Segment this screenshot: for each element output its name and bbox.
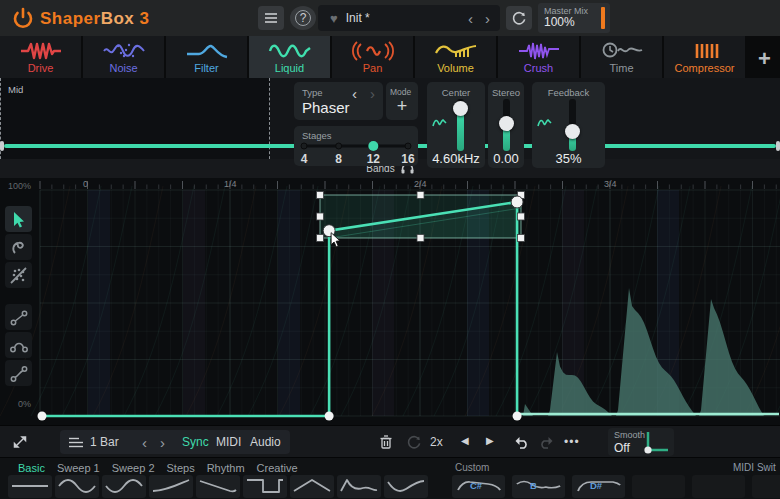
stages-stop-4[interactable] <box>301 143 307 149</box>
smooth-value[interactable]: Off <box>614 441 630 455</box>
band-handle-left[interactable] <box>0 141 4 151</box>
library-tab-rhythm[interactable]: Rhythm <box>207 462 245 474</box>
type-next-button[interactable]: › <box>370 86 375 101</box>
shape-tile-ramp-up[interactable] <box>149 475 193 498</box>
tab-compressor[interactable]: Compressor <box>664 36 745 78</box>
shift-right-button[interactable]: ▶ <box>486 435 494 446</box>
lfo-point-top-1[interactable] <box>511 196 523 208</box>
library-tab-steps[interactable]: Steps <box>167 462 195 474</box>
tab-drive[interactable]: Drive <box>0 36 81 78</box>
custom-tile-empty-5[interactable] <box>752 475 780 498</box>
tab-crush[interactable]: Crush <box>498 36 579 78</box>
shape-tile-sine[interactable] <box>55 475 99 498</box>
lfo-canvas[interactable] <box>0 178 780 425</box>
tool-pen-button[interactable] <box>5 234 32 260</box>
custom-tile-D#[interactable]: D# <box>572 475 625 498</box>
more-options-button[interactable]: ••• <box>564 435 580 449</box>
custom-tile-B[interactable]: B <box>512 475 565 498</box>
tool-curve-button[interactable] <box>5 332 32 358</box>
feedback-lfo-wave-icon[interactable] <box>537 118 552 128</box>
library-tab-sweep-2[interactable]: Sweep 2 <box>112 462 155 474</box>
smooth-slider-knob[interactable] <box>644 446 651 453</box>
loop-wave-button[interactable] <box>405 433 423 451</box>
custom-tile-C#[interactable]: C# <box>452 475 505 498</box>
tool-spray-off-button[interactable] <box>5 262 32 288</box>
undo-button[interactable] <box>513 434 531 450</box>
preset-selector[interactable]: ♥ Init * ‹ › <box>318 5 500 31</box>
center-slider-knob[interactable] <box>453 101 468 116</box>
selection-handle-7[interactable] <box>518 235 525 242</box>
stages-option-8[interactable]: 8 <box>329 152 349 166</box>
mode-add-button[interactable]: + <box>386 96 418 117</box>
preset-prev-button[interactable]: ‹ <box>468 11 473 26</box>
tool-cursor-button[interactable] <box>5 206 32 232</box>
add-effect-button[interactable]: + <box>758 46 780 72</box>
lfo-point-base-1[interactable] <box>325 412 334 421</box>
stages-stop-12[interactable] <box>368 141 378 151</box>
rate-value[interactable]: 1 Bar <box>90 435 119 449</box>
selection-handle-3[interactable] <box>317 213 324 220</box>
master-mix-control[interactable]: Master Mix 100% <box>538 3 610 33</box>
type-prev-button[interactable]: ‹ <box>352 86 357 101</box>
library-tab-basic[interactable]: Basic <box>18 462 45 474</box>
ab-compare-button[interactable] <box>506 6 532 30</box>
stages-option-4[interactable]: 4 <box>294 152 314 166</box>
preset-next-button[interactable]: › <box>485 11 490 26</box>
custom-tile-empty-3[interactable] <box>632 475 685 498</box>
wave-list-button[interactable] <box>68 436 84 448</box>
shape-tile-flat[interactable] <box>8 475 52 498</box>
shape-tile-peak-decay[interactable] <box>337 475 381 498</box>
favorite-heart-icon[interactable]: ♥ <box>330 11 338 26</box>
delete-wave-button[interactable] <box>378 433 394 451</box>
library-tab-sweep-1[interactable]: Sweep 1 <box>57 462 100 474</box>
trigger-midi-button[interactable]: MIDI <box>216 435 241 449</box>
feedback-slider-knob[interactable] <box>565 124 580 139</box>
shape-tile-triangle[interactable] <box>290 475 334 498</box>
selection-handle-4[interactable] <box>518 213 525 220</box>
tab-noise[interactable]: Noise <box>83 36 164 78</box>
selection-handle-0[interactable] <box>317 192 324 199</box>
master-mix-slider[interactable] <box>601 7 605 29</box>
selection-handle-1[interactable] <box>417 192 424 199</box>
type-value[interactable]: Phaser <box>302 99 350 116</box>
center-lfo-wave-icon[interactable] <box>432 118 447 128</box>
help-button[interactable]: ? <box>290 6 316 30</box>
band-panel[interactable]: Mid Bands <box>0 78 270 164</box>
library-tab-creative[interactable]: Creative <box>257 462 298 474</box>
expand-editor-button[interactable] <box>10 433 30 451</box>
stereo-value[interactable]: 0.00 <box>488 151 524 166</box>
shape-tile-dip-rise[interactable] <box>384 475 428 498</box>
shift-left-button[interactable]: ◀ <box>461 435 469 446</box>
shape-tile-square[interactable] <box>243 475 287 498</box>
shape-tile-ramp-down[interactable] <box>196 475 240 498</box>
shape-tile-sine-inv[interactable] <box>102 475 146 498</box>
tool-line-button[interactable] <box>5 304 32 330</box>
stages-option-12[interactable]: 12 <box>363 152 383 166</box>
tab-pan[interactable]: Pan <box>332 36 413 78</box>
lfo-point-base-0[interactable] <box>38 412 47 421</box>
tab-filter[interactable]: Filter <box>166 36 247 78</box>
smooth-slider[interactable] <box>642 430 672 455</box>
stages-stop-16[interactable] <box>405 143 411 149</box>
stages-slider[interactable] <box>294 140 418 152</box>
menu-button[interactable] <box>258 6 284 30</box>
rate-prev-button[interactable]: ‹ <box>142 435 147 450</box>
trigger-sync-button[interactable]: Sync <box>182 435 209 449</box>
power-icon[interactable] <box>12 7 34 29</box>
rate-next-button[interactable]: › <box>160 435 165 450</box>
feedback-value[interactable]: 35% <box>532 151 605 166</box>
selection-handle-5[interactable] <box>317 235 324 242</box>
double-wave-button[interactable]: 2x <box>430 435 443 449</box>
redo-button[interactable] <box>537 434 555 450</box>
stages-option-16[interactable]: 16 <box>398 152 418 166</box>
tab-liquid[interactable]: Liquid <box>249 36 330 78</box>
stereo-slider-knob[interactable] <box>499 116 514 131</box>
tab-volume[interactable]: Volume <box>415 36 496 78</box>
tab-time[interactable]: Time <box>581 36 662 78</box>
trigger-audio-button[interactable]: Audio <box>250 435 281 449</box>
stages-stop-8[interactable] <box>336 143 342 149</box>
selection-handle-6[interactable] <box>417 235 424 242</box>
band-handle-right[interactable] <box>776 141 780 151</box>
lfo-point-base-2[interactable] <box>513 412 522 421</box>
tool-s-curve-button[interactable] <box>5 360 32 386</box>
